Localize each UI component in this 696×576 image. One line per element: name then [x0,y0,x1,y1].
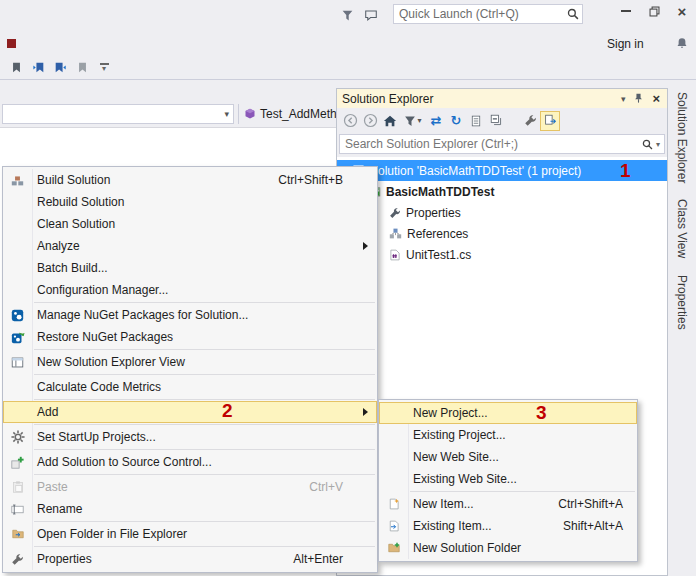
bookmark-folder-icon [77,61,88,74]
menu-item-add[interactable]: Add [3,401,377,423]
menu-item-properties[interactable]: Properties Alt+Enter [3,548,377,570]
home-button[interactable] [380,111,400,131]
menu-item-build-solution[interactable]: Build Solution Ctrl+Shift+B [3,169,377,191]
close-panel-icon[interactable]: × [652,92,660,105]
tab-class-view[interactable]: Class View [675,199,689,258]
menu-item-analyze[interactable]: Analyze [3,235,377,257]
navigation-dropdown[interactable]: ▾ [2,104,234,124]
submenu-item-existing-project[interactable]: Existing Project... [379,424,637,446]
submenu-item-new-project[interactable]: New Project... [379,402,637,424]
menu-item-open-folder[interactable]: Open Folder in File Explorer [3,523,377,545]
member-dropdown[interactable]: Test_AddMeth... [244,104,347,124]
tree-row-references[interactable]: References [337,223,667,244]
search-input[interactable] [340,137,642,151]
source-control-add-icon [3,451,32,473]
menu-item-calculate-code-metrics[interactable]: Calculate Code Metrics [3,376,377,398]
nuget-restore-icon [3,326,32,348]
back-button[interactable] [340,111,360,131]
chevron-down-icon: ▾ [417,116,421,125]
menu-row: Sign in [0,30,696,56]
menu-separator [34,349,375,350]
submenu-item-existing-web-site[interactable]: Existing Web Site... [379,468,637,490]
collapse-all-button[interactable] [486,111,506,131]
search-icon [642,139,653,150]
forward-button[interactable] [360,111,380,131]
menu-item-manage-nuget[interactable]: Manage NuGet Packages for Solution... [3,304,377,326]
menu-item-batch-build[interactable]: Batch Build... [3,257,377,279]
preview-selected-items-button[interactable] [540,111,560,131]
menu-separator [34,374,375,375]
nuget-icon [3,304,32,326]
previous-bookmark-icon [33,61,44,74]
build-icon [3,169,32,191]
bookmark-button[interactable] [6,58,26,78]
tab-solution-explorer[interactable]: Solution Explorer [675,92,689,183]
open-folder-icon [3,523,32,545]
submenu-item-existing-item[interactable]: Existing Item... Shift+Alt+A [379,515,637,537]
tree-label: References [407,227,468,241]
solution-explorer-search: ▾ [337,133,667,157]
restore-button[interactable] [640,0,668,22]
menu-item-paste[interactable]: Paste Ctrl+V [3,476,377,498]
pin-icon[interactable] [633,92,644,105]
menu-item-rebuild-solution[interactable]: Rebuild Solution [3,191,377,213]
submenu-item-new-web-site[interactable]: New Web Site... [379,446,637,468]
wrench-icon [524,114,537,127]
filter-button[interactable]: ▾ [400,111,426,131]
window-position-icon[interactable]: ▾ [621,94,626,104]
existing-item-icon [379,515,408,537]
tree-row-properties[interactable]: Properties [337,202,667,223]
bookmark-toolbar: ▾ [0,56,696,80]
menu-item-rename[interactable]: Rename [3,498,377,520]
solution-tree: ◢ Solution 'BasicMathTDDTest' (1 project… [337,157,667,265]
new-item-icon [379,493,408,515]
tree-row-project[interactable]: ◢ BasicMathTDDTest [337,181,667,202]
submenu-item-new-solution-folder[interactable]: New Solution Folder [379,537,637,559]
refresh-button[interactable]: ↻ [446,111,466,131]
visual-studio-window: × Sign in ▾ ▾ Test_AddM [0,0,696,576]
menu-item-clean-solution[interactable]: Clean Solution [3,213,377,235]
close-button[interactable]: × [668,0,696,22]
menu-item-add-to-source-control[interactable]: Add Solution to Source Control... [3,451,377,473]
references-icon [389,227,402,240]
search-options-chevron-icon[interactable]: ▾ [656,140,660,149]
previous-bookmark-button[interactable] [28,58,48,78]
close-icon: × [678,4,687,19]
show-all-files-button[interactable] [466,111,486,131]
collapse-all-icon [490,114,503,127]
quick-launch-box [393,4,583,24]
submenu-item-new-item[interactable]: New Item... Ctrl+Shift+A [379,493,637,515]
tree-row-solution[interactable]: ◢ Solution 'BasicMathTDDTest' (1 project… [337,160,667,181]
menu-separator [34,546,375,547]
sync-button[interactable]: ⇄ [426,111,446,131]
toolbar-overflow-button[interactable]: ▾ [98,63,110,72]
member-label: Test_AddMeth... [260,107,347,121]
bookmark-folder-button[interactable] [72,58,92,78]
menu-separator [34,399,375,400]
next-bookmark-icon [55,61,66,74]
paste-icon [3,476,32,498]
new-solution-folder-icon [379,537,408,559]
menu-item-set-startup-projects[interactable]: Set StartUp Projects... [3,426,377,448]
solution-explorer-toolbar: ▾ ⇄ ↻ [337,108,667,133]
tab-properties[interactable]: Properties [675,275,689,330]
feedback-icon[interactable] [362,7,380,23]
show-all-files-icon [470,114,482,128]
minimize-button[interactable] [612,0,640,22]
search-icon [567,8,582,20]
menu-separator [34,521,375,522]
quick-launch-input[interactable] [394,7,567,21]
menu-item-configuration-manager[interactable]: Configuration Manager... [3,279,377,301]
next-bookmark-button[interactable] [50,58,70,78]
red-toolbar-icon[interactable] [7,39,16,48]
flag-icon[interactable] [338,7,356,23]
sync-icon: ⇄ [431,114,442,127]
forward-icon [363,113,378,128]
properties-button[interactable] [520,111,540,131]
tree-row-unittest[interactable]: UnitTest1.cs [337,244,667,265]
sign-in-link[interactable]: Sign in [607,37,644,51]
menu-item-restore-nuget[interactable]: Restore NuGet Packages [3,326,377,348]
notification-bell-icon[interactable] [676,36,688,53]
menu-separator [34,474,375,475]
menu-item-new-solution-explorer-view[interactable]: New Solution Explorer View [3,351,377,373]
